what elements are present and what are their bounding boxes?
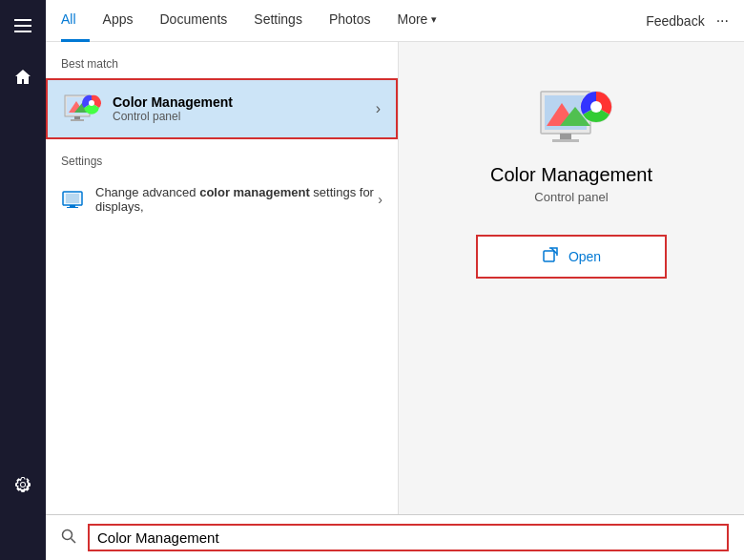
svg-line-26: [72, 538, 76, 543]
nav-tabs: All Apps Documents Settings Photos More …: [61, 0, 646, 42]
tab-apps[interactable]: Apps: [90, 0, 147, 42]
chevron-down-icon: ▾: [431, 13, 437, 26]
open-label: Open: [568, 249, 601, 264]
sidebar: [0, 0, 46, 560]
settings-icon[interactable]: [5, 467, 41, 507]
svg-rect-1: [14, 25, 31, 27]
svg-point-25: [63, 529, 72, 539]
settings-item[interactable]: Change advanced color management setting…: [46, 176, 398, 223]
hamburger-menu-icon[interactable]: [5, 8, 41, 47]
svg-rect-9: [71, 119, 84, 121]
search-input[interactable]: [97, 529, 719, 546]
svg-rect-24: [544, 251, 554, 261]
svg-rect-15: [67, 207, 78, 208]
svg-rect-0: [14, 19, 31, 21]
tab-all[interactable]: All: [61, 0, 90, 42]
tab-settings[interactable]: Settings: [240, 0, 316, 42]
main-panel: All Apps Documents Settings Photos More …: [46, 0, 744, 560]
best-match-arrow-icon: ›: [376, 100, 381, 117]
result-large-icon: [537, 80, 606, 149]
svg-rect-21: [552, 139, 579, 142]
color-management-icon: [63, 90, 101, 128]
svg-point-11: [89, 100, 94, 106]
svg-point-23: [590, 101, 602, 113]
search-icon: [61, 529, 76, 548]
result-subtitle: Control panel: [534, 190, 608, 204]
open-button[interactable]: Open: [476, 235, 667, 279]
home-icon[interactable]: [4, 58, 42, 101]
feedback-button[interactable]: Feedback: [646, 13, 704, 29]
svg-rect-2: [14, 31, 31, 32]
settings-section: Settings Change advanced color managemen…: [46, 155, 398, 223]
svg-rect-20: [560, 134, 571, 139]
settings-label: Settings: [46, 155, 398, 176]
best-match-item[interactable]: Color Management Control panel ›: [46, 78, 398, 139]
left-panel: Best match: [46, 42, 399, 514]
tab-photos[interactable]: Photos: [316, 0, 384, 42]
result-title: Color Management: [490, 164, 652, 186]
settings-item-text: Change advanced color management setting…: [95, 185, 378, 214]
settings-item-arrow-icon: ›: [378, 192, 382, 207]
tab-documents[interactable]: Documents: [146, 0, 240, 42]
best-match-item-text: Color Management Control panel: [113, 94, 233, 123]
svg-rect-8: [74, 116, 80, 119]
search-bar: [46, 514, 744, 560]
tab-more[interactable]: More ▾: [383, 0, 450, 42]
top-nav: All Apps Documents Settings Photos More …: [46, 0, 744, 42]
best-match-label: Best match: [46, 57, 398, 78]
more-options-button[interactable]: ···: [716, 12, 729, 30]
svg-rect-13: [66, 194, 79, 203]
open-external-icon: [542, 246, 559, 267]
monitor-icon: [61, 188, 84, 211]
svg-rect-14: [70, 205, 75, 207]
search-box: [88, 524, 729, 551]
content-area: Best match: [46, 42, 744, 514]
right-panel: Color Management Control panel Open: [399, 42, 744, 514]
